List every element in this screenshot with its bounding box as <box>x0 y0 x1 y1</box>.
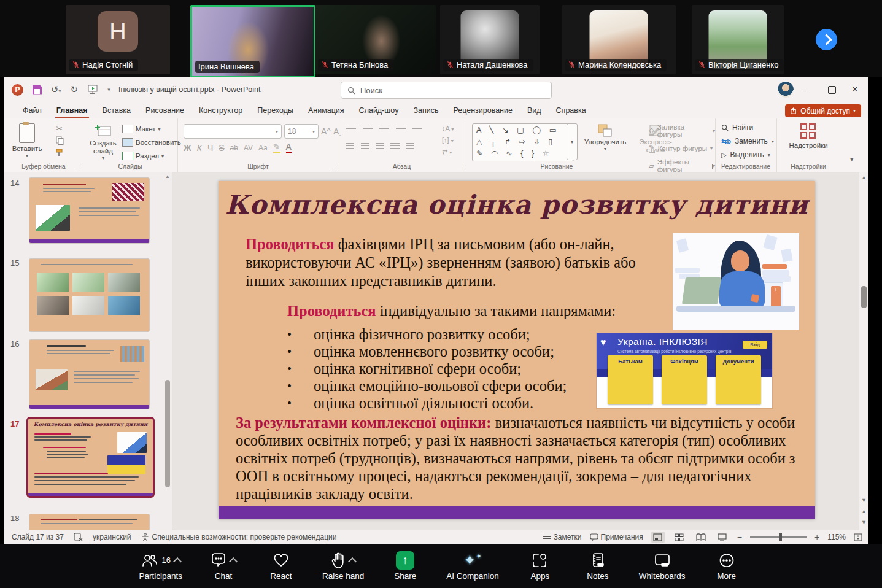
reading-view-button[interactable] <box>694 532 708 543</box>
tab-insert[interactable]: Вставка <box>95 103 138 118</box>
thumbnail-scrollbar[interactable]: ▲ <box>163 172 172 530</box>
tab-design[interactable]: Конструктор <box>191 103 250 118</box>
tab-file[interactable]: Файл <box>15 103 49 118</box>
scrollbar-thumb[interactable] <box>861 286 867 308</box>
zoom-out-button[interactable]: − <box>737 532 742 542</box>
format-painter-icon[interactable] <box>56 149 64 157</box>
tab-draw[interactable]: Рисование <box>138 103 191 118</box>
fit-slide-to-window-icon[interactable] <box>854 533 862 541</box>
slide-scrollbar[interactable]: ▲ ▼ ▲ ▼ <box>859 172 868 530</box>
slideshow-icon[interactable] <box>87 85 98 95</box>
participant-tile[interactable]: H Надія Стогній <box>66 5 170 74</box>
justify-button[interactable] <box>390 143 400 150</box>
addins-button[interactable]: Надстройки <box>791 123 826 150</box>
spellcheck-icon[interactable] <box>74 533 83 541</box>
bold-button[interactable]: Ж <box>184 143 191 153</box>
tab-slideshow[interactable]: Слайд-шоу <box>352 103 406 118</box>
next-slide-button[interactable]: ▼ <box>861 519 867 525</box>
participant-tile[interactable]: Тетяна Блінова <box>315 5 436 74</box>
shapes-gallery[interactable]: A ╲ ↘ ▢ ◯ ▭ △ ┐ ↱ ⇨ ⇩ ▯ ✎ ◠ ∿ { } ☆ <box>472 123 574 161</box>
slide-thumbnail-14[interactable] <box>29 177 150 244</box>
strikethrough-button[interactable]: S <box>219 143 224 153</box>
participant-tile[interactable]: Марина Колендовська <box>562 5 676 74</box>
collapse-ribbon-button[interactable]: ▾ <box>850 155 854 163</box>
language-indicator[interactable]: украинский <box>93 533 131 541</box>
paste-button[interactable]: Вставить ▾ <box>9 123 45 158</box>
text-direction-button[interactable]: ↕A ▾ <box>442 125 454 132</box>
increase-font-icon[interactable]: А^ <box>321 126 331 136</box>
tab-record[interactable]: Запись <box>406 103 446 118</box>
participant-tile[interactable]: Наталя Дашенкова <box>440 5 540 74</box>
reset-button[interactable]: Восстановить <box>122 138 181 147</box>
notes-toggle[interactable]: Заметки <box>543 533 582 541</box>
increase-indent-button[interactable] <box>396 126 406 133</box>
zoom-slider[interactable] <box>750 536 807 538</box>
columns-button[interactable] <box>406 143 414 150</box>
chevron-up-icon[interactable] <box>229 557 238 565</box>
decrease-indent-button[interactable] <box>379 126 389 133</box>
scroll-down-icon[interactable]: ▼ <box>861 497 867 503</box>
copy-icon[interactable] <box>56 136 64 145</box>
previous-slide-button[interactable]: ▲ <box>861 508 867 514</box>
undo-button[interactable]: ↺▾ <box>51 84 61 95</box>
tab-home[interactable]: Главная <box>49 103 95 118</box>
find-button[interactable]: Найти <box>721 123 774 132</box>
chat-button[interactable]: Chat <box>207 552 240 581</box>
apps-button[interactable]: Apps <box>524 552 557 581</box>
comments-toggle[interactable]: Примечания <box>590 533 643 541</box>
font-name-combobox[interactable]: ▾ <box>184 124 282 139</box>
new-slide-button[interactable]: Создать слайд ▾ <box>85 123 121 161</box>
shape-effects-button[interactable]: ▱Эффекты фигуры▾ <box>649 158 715 173</box>
save-icon[interactable] <box>33 85 42 95</box>
slide-thumbnail-16[interactable] <box>29 339 150 409</box>
tab-animations[interactable]: Анимация <box>301 103 352 118</box>
close-button[interactable]: × <box>841 77 868 103</box>
normal-view-button[interactable] <box>651 532 665 543</box>
italic-button[interactable]: К <box>197 143 202 153</box>
zoom-slider-knob[interactable] <box>779 533 782 541</box>
qat-customize-button[interactable]: ▾ <box>107 87 110 93</box>
section-button[interactable]: Раздел▾ <box>122 152 181 160</box>
scroll-up-icon[interactable]: ▲ <box>861 174 867 180</box>
font-size-combobox[interactable]: 18▾ <box>284 124 319 139</box>
tab-transitions[interactable]: Переходы <box>250 103 301 118</box>
zoom-in-button[interactable]: + <box>814 532 819 542</box>
tab-review[interactable]: Рецензирование <box>446 103 520 118</box>
paragraph-dialog-launcher[interactable] <box>457 164 462 169</box>
cut-icon[interactable]: ✂ <box>56 125 64 133</box>
whiteboards-button[interactable]: Whiteboards <box>639 552 686 581</box>
numbering-button[interactable] <box>363 126 373 133</box>
chevron-up-icon[interactable] <box>348 557 357 565</box>
ai-companion-button[interactable]: ✦✦ AI Companion <box>446 552 499 581</box>
replace-button[interactable]: ⇆b Заменить▾ <box>721 137 774 145</box>
redo-button[interactable]: ↻ <box>71 84 79 95</box>
select-button[interactable]: ▷ Выделить▾ <box>721 150 774 159</box>
share-document-button[interactable]: Общий доступ▾ <box>785 104 861 117</box>
underline-button[interactable]: Ч <box>207 143 213 153</box>
font-dialog-launcher[interactable] <box>331 164 336 169</box>
shape-outline-button[interactable]: ✎Контур фигуры▾ <box>649 143 715 153</box>
bullets-button[interactable] <box>346 126 356 133</box>
align-right-button[interactable] <box>376 143 384 150</box>
participant-tile-active-speaker[interactable]: Ірина Вишнева <box>190 5 315 78</box>
arrange-button[interactable]: Упорядочить ▾ <box>581 123 629 152</box>
current-slide[interactable]: Комплексна оцінка розвитку дитини Провод… <box>219 181 815 519</box>
font-color-button[interactable]: А <box>286 142 292 153</box>
search-input[interactable]: Поиск <box>341 82 552 99</box>
slideshow-view-button[interactable] <box>716 532 729 543</box>
highlight-color-button[interactable]: ✎ <box>273 142 280 153</box>
shapes-gallery-more-button[interactable]: ▾ <box>567 123 578 160</box>
clipboard-dialog-launcher[interactable] <box>75 164 80 169</box>
char-spacing-button[interactable]: AV <box>244 144 253 152</box>
scroll-up-icon[interactable]: ▲ <box>165 174 170 179</box>
slide-thumbnail-15[interactable] <box>29 258 150 332</box>
react-button[interactable]: React <box>265 552 298 581</box>
share-screen-button[interactable]: ↑ Share <box>389 552 422 581</box>
strikethrough2-icon[interactable]: ab <box>230 144 238 152</box>
tab-view[interactable]: Вид <box>520 103 549 118</box>
line-spacing-button[interactable] <box>412 126 422 133</box>
participants-button[interactable]: 16 Participants <box>139 552 182 581</box>
shape-fill-button[interactable]: ◇Заливка фигуры▾ <box>649 123 715 138</box>
notes-button[interactable]: Notes <box>581 552 614 581</box>
account-avatar[interactable] <box>778 82 794 98</box>
